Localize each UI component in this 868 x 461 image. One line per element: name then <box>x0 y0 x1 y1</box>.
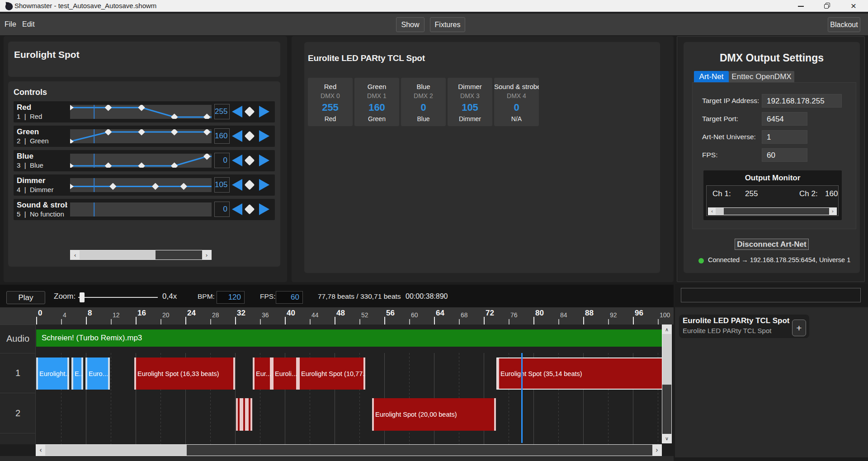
timeline-h-scrollbar[interactable]: ‹ › <box>36 444 662 456</box>
next-keyframe-button[interactable] <box>259 155 269 166</box>
clip-left-handle[interactable] <box>85 358 87 390</box>
scrollbar-thumb[interactable] <box>45 445 187 456</box>
clip-right-handle[interactable] <box>108 358 110 390</box>
next-keyframe-button[interactable] <box>259 106 269 118</box>
timeline-clip[interactable]: Euro... <box>85 358 110 390</box>
timeline-clip[interactable]: E... <box>71 358 83 390</box>
clip-left-handle[interactable] <box>241 398 243 431</box>
scrollbar-thumb[interactable] <box>662 334 671 385</box>
curve-editor[interactable] <box>70 105 212 119</box>
play-button[interactable]: Play <box>6 291 45 304</box>
timeline-ruler[interactable]: 0481216202428323640444852566064687276808… <box>0 307 674 325</box>
scrollbar-track[interactable] <box>724 208 829 215</box>
scrollbar-track[interactable] <box>156 250 202 259</box>
zoom-slider-handle[interactable] <box>80 292 85 302</box>
timeline-clip[interactable]: Euroli... <box>272 358 298 390</box>
timeline-clip[interactable] <box>236 398 241 431</box>
fixture-library-item[interactable]: Eurolite LED PARty TCL Spot Eurolite LED… <box>679 315 809 338</box>
prev-keyframe-button[interactable] <box>232 203 242 215</box>
channel-assignment: 5 | No function <box>17 210 67 218</box>
channel-value-input[interactable]: 105 <box>214 177 230 193</box>
audio-clip[interactable]: Schreien! (Turbo Remix).mp3 <box>36 329 662 347</box>
timeline-clip[interactable] <box>241 398 247 431</box>
add-keyframe-button[interactable] <box>245 155 255 166</box>
next-keyframe-button[interactable] <box>259 130 269 142</box>
menu-file[interactable]: File <box>5 14 16 35</box>
clip-left-handle[interactable] <box>372 398 374 431</box>
clip-left-handle[interactable] <box>253 358 255 390</box>
clip-left-handle[interactable] <box>272 358 274 390</box>
channel-value-input[interactable]: 0 <box>214 202 230 217</box>
monitor-scrollbar[interactable]: ‹ › <box>708 207 837 215</box>
show-button[interactable]: Show <box>396 17 425 32</box>
timeline-clip[interactable]: Eurolight Spot (16,33 beats) <box>134 358 235 390</box>
timeline-v-scrollbar[interactable]: ∧ ∨ <box>662 325 672 443</box>
next-keyframe-button[interactable] <box>259 203 269 215</box>
prev-keyframe-button[interactable] <box>232 130 242 142</box>
clip-left-handle[interactable] <box>36 358 38 390</box>
scrollbar-track[interactable] <box>187 445 652 456</box>
clip-left-handle[interactable] <box>298 358 300 390</box>
scrollbar-thumb[interactable] <box>80 250 156 259</box>
disconnect-artnet-button[interactable]: Disconnect Art-Net <box>735 239 809 250</box>
minimize-button[interactable] <box>791 0 811 12</box>
add-keyframe-button[interactable] <box>245 180 255 190</box>
field-input-fps[interactable]: 60 <box>762 148 807 162</box>
channel-value-input[interactable]: 255 <box>214 104 230 119</box>
scrollbar-track[interactable] <box>662 385 671 434</box>
channel-value-input[interactable]: 160 <box>214 128 230 144</box>
menu-edit[interactable]: Edit <box>22 14 35 35</box>
tab-enttec-opendmx[interactable]: Enttec OpenDMX <box>729 71 794 82</box>
controls-scrollbar[interactable]: ‹ › <box>70 250 212 260</box>
next-keyframe-button[interactable] <box>259 179 269 191</box>
field-input-target-ip-address[interactable]: 192.168.178.255 <box>762 94 842 108</box>
blackout-button[interactable]: Blackout <box>828 17 860 32</box>
add-keyframe-button[interactable] <box>245 204 255 215</box>
prev-keyframe-button[interactable] <box>232 179 242 191</box>
field-input-target-port[interactable]: 6454 <box>762 112 807 126</box>
scrollbar-thumb[interactable] <box>716 208 724 215</box>
add-fixture-button[interactable]: + <box>792 320 806 336</box>
scroll-left-button[interactable]: ‹ <box>708 208 716 215</box>
library-search-input[interactable] <box>681 288 861 302</box>
clip-right-handle[interactable] <box>250 398 252 431</box>
clip-right-handle[interactable] <box>233 358 235 390</box>
timeline-clip[interactable]: Eurolight... <box>36 358 69 390</box>
clip-left-handle[interactable] <box>134 358 136 390</box>
scroll-left-button[interactable]: ‹ <box>36 445 45 456</box>
timeline-clip[interactable]: Eurolight Spot (20,00 beats) <box>372 398 496 431</box>
close-button[interactable]: × <box>844 0 863 12</box>
curve-editor[interactable] <box>70 129 212 143</box>
clip-left-handle[interactable] <box>236 398 238 431</box>
clip-right-handle[interactable] <box>494 398 496 431</box>
field-input-art-net-universe[interactable]: 1 <box>762 130 807 144</box>
fps-input[interactable]: 60 <box>276 291 303 304</box>
channel-value-input[interactable]: 0 <box>214 153 230 168</box>
clip-left-handle[interactable] <box>71 358 73 390</box>
add-keyframe-button[interactable] <box>245 131 255 141</box>
maximize-button[interactable] <box>816 0 836 12</box>
prev-keyframe-button[interactable] <box>232 106 242 118</box>
curve-editor[interactable] <box>70 202 212 216</box>
zoom-slider-track[interactable] <box>78 297 158 298</box>
playhead[interactable] <box>521 353 523 443</box>
scroll-left-button[interactable]: ‹ <box>71 250 80 259</box>
clip-left-handle[interactable] <box>247 398 249 431</box>
scroll-right-button[interactable]: › <box>829 208 836 215</box>
curve-editor[interactable] <box>70 154 212 168</box>
prev-keyframe-button[interactable] <box>232 155 242 166</box>
timeline-clip[interactable]: Eurolight Spot (10,77... <box>298 358 365 390</box>
scroll-right-button[interactable]: › <box>202 250 211 259</box>
bpm-input[interactable]: 120 <box>217 291 245 304</box>
add-keyframe-button[interactable] <box>245 107 255 117</box>
ruler-tick <box>484 317 485 325</box>
timeline-clip[interactable] <box>247 398 252 431</box>
scroll-down-button[interactable]: ∨ <box>662 434 671 443</box>
scroll-up-button[interactable]: ∧ <box>662 325 671 334</box>
clip-left-handle[interactable] <box>497 358 499 389</box>
tab-art-net[interactable]: Art-Net <box>694 71 729 82</box>
fixtures-button[interactable]: Fixtures <box>430 17 465 32</box>
scroll-right-button[interactable]: › <box>652 445 661 456</box>
curve-editor[interactable] <box>70 178 212 192</box>
timeline-clip[interactable]: Eur... <box>253 358 272 390</box>
